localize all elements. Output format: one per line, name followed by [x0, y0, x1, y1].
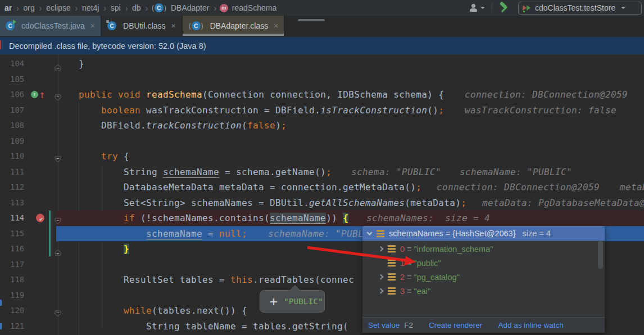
- breadcrumb-label: db: [131, 3, 142, 12]
- user-account-icon[interactable]: [469, 3, 478, 12]
- breadcrumb-separator: ›: [142, 2, 151, 13]
- paren: ): [164, 4, 166, 12]
- line-number: 118: [10, 272, 33, 288]
- popup-value-rows: 0="information_schema"1="public"2="pg_ca…: [362, 242, 605, 298]
- breadcrumb-item-db[interactable]: db: [131, 3, 142, 12]
- compiled-class-icon: (C): [151, 3, 167, 12]
- code-text: DatabaseMetaData metaData = connection.g…: [124, 180, 421, 195]
- line-number: 114: [10, 210, 33, 226]
- ide-window: ar›org›eclipse›net4j›spi›db›(C)DBAdapter…: [0, 0, 644, 335]
- inline-debugger-hint: schemaNames: size = 4: [366, 210, 490, 226]
- value-icon: [388, 259, 396, 267]
- editor[interactable]: 104}105106↑↑public void readSchema(Conne…: [0, 54, 644, 335]
- tabbar-scrollbar-thumb[interactable]: [298, 19, 325, 21]
- breadcrumb-separator: ›: [122, 2, 131, 13]
- breadcrumb-item-org[interactable]: org: [22, 3, 36, 12]
- popup-action-add-as-inline-watch[interactable]: Add as inline watch: [498, 321, 563, 329]
- breadcrumb-item-net4j[interactable]: net4j: [81, 3, 100, 12]
- stripe-mark: [0, 40, 1, 49]
- close-tab-icon[interactable]: ×: [171, 21, 175, 30]
- chevron-right-icon[interactable]: [378, 288, 384, 294]
- close-tab-icon[interactable]: ×: [274, 21, 278, 30]
- breadcrumb-label: eclipse: [45, 3, 72, 12]
- popup-row-index: 0: [400, 245, 405, 254]
- class-icon: C: [107, 21, 116, 30]
- line-number: 119: [10, 288, 33, 304]
- breakpoint-verified-check: ✔: [39, 212, 43, 227]
- popup-row-0[interactable]: 0="information_schema": [362, 242, 605, 256]
- code-text: String tableName = tables.getString(: [146, 319, 348, 334]
- breadcrumb-separator: ›: [210, 2, 219, 13]
- tab-DBUtil.class[interactable]: CDBUtil.class×: [102, 16, 182, 36]
- close-tab-icon[interactable]: ×: [90, 21, 95, 30]
- run-configuration-combo[interactable]: cdoClassTest.testStore: [518, 2, 642, 15]
- line-number: 112: [10, 180, 33, 195]
- breadcrumb-item-readSchema[interactable]: mreadSchema: [220, 3, 278, 12]
- breadcrumb-item-ar[interactable]: ar: [3, 3, 13, 12]
- inline-debugger-hint: metaData: PgDatabaseMetaData@: [482, 195, 644, 211]
- expand-plus-icon[interactable]: +: [269, 296, 278, 307]
- paren: ): [201, 22, 203, 30]
- class-icon-with-run-badge: C: [6, 21, 15, 30]
- evaluate-tooltip[interactable]: + "PUBLIC": [260, 290, 325, 313]
- popup-row-value: "pg_catalog": [414, 273, 460, 282]
- code-line-105[interactable]: 105: [0, 72, 644, 88]
- popup-row-2[interactable]: 2="pg_catalog": [362, 270, 605, 284]
- code-text: if (!schemaNames.contains(schemaName)) {: [124, 210, 348, 226]
- popup-action-create-renderer[interactable]: Create renderer: [429, 321, 482, 329]
- popup-row-value: "information_schema": [414, 245, 493, 254]
- popup-scrollbar-thumb[interactable]: [598, 241, 603, 269]
- override-marker-icon[interactable]: ↑: [31, 91, 38, 98]
- code-line-107[interactable]: 107boolean wasTrackConstruction = DBFiel…: [0, 103, 644, 118]
- line-number: 104: [10, 56, 33, 72]
- paren: (: [189, 22, 191, 30]
- tab-cdoClassTest.java[interactable]: CcdoClassTest.java×: [0, 16, 101, 36]
- code-line-109[interactable]: 109: [0, 134, 644, 149]
- code-text: boolean wasTrackConstruction = DBField.i…: [101, 103, 444, 118]
- line-number: 105: [10, 72, 33, 88]
- code-line-111[interactable]: 111String schemaName = schema.getName();…: [0, 164, 644, 180]
- code-text: }: [79, 56, 84, 72]
- popup-actions: Set valueF2Create rendererAdd as inline …: [362, 317, 605, 333]
- code-line-110[interactable]: 110try {: [0, 149, 644, 164]
- code-line-104[interactable]: 104}: [0, 56, 644, 72]
- breadcrumb-item-eclipse[interactable]: eclipse: [45, 3, 72, 12]
- line-number: 115: [10, 226, 33, 242]
- popup-row-index: 1: [400, 259, 405, 268]
- breadcrumb-label: DBAdapter: [170, 3, 210, 12]
- chevron-down-icon[interactable]: [367, 230, 373, 236]
- chevron-right-icon[interactable]: [378, 274, 384, 280]
- toolbar-divider: [492, 3, 492, 13]
- chevron-right-icon[interactable]: [378, 246, 384, 252]
- line-number: 111: [10, 164, 33, 180]
- code-line-106[interactable]: 106↑↑public void readSchema(Connection c…: [0, 87, 644, 103]
- popup-row-value: "eai": [414, 287, 431, 296]
- breadcrumb-label: readSchema: [231, 3, 278, 12]
- tab-label: DBAdapter.class: [210, 21, 269, 30]
- tab-DBAdapter.class[interactable]: (C)DBAdapter.class×: [183, 16, 284, 36]
- code-text: ResultSet tables = this.readTables(conne…: [124, 272, 354, 288]
- popup-row-3[interactable]: 3="eai": [362, 284, 605, 298]
- code-text: String schemaName = schema.getName();: [124, 164, 332, 180]
- popup-row-1[interactable]: 1="public": [362, 256, 605, 270]
- chevron-down-icon[interactable]: [480, 7, 485, 9]
- edge-mark: [0, 323, 2, 329]
- banner-text: Decompiled .class file, bytecode version…: [9, 42, 206, 51]
- code-line-113[interactable]: 113Set<String> schemaNames = DBUtil.getA…: [0, 195, 644, 211]
- build-hammer-icon[interactable]: [498, 2, 510, 14]
- code-text: while(tables.next()) {: [124, 303, 247, 319]
- breadcrumb-separator: ›: [72, 2, 81, 13]
- breadcrumb-label: net4j: [81, 3, 100, 12]
- popup-header-row[interactable]: schemaNames = {HashSet@2063} size = 4: [362, 226, 605, 241]
- value-icon: [377, 230, 384, 237]
- fold-badge-icon: [106, 20, 109, 23]
- code-line-108[interactable]: 108DBField.trackConstruction(false);: [0, 118, 644, 134]
- breadcrumb-item-spi[interactable]: spi: [110, 3, 122, 12]
- popup-action-set-value[interactable]: Set value: [368, 321, 400, 329]
- chevron-down-icon: [621, 7, 625, 9]
- code-text: try {: [101, 149, 129, 164]
- breadcrumb-item-DBAdapter[interactable]: (C)DBAdapter: [151, 3, 210, 12]
- code-line-114[interactable]: 114✔if (!schemaNames.contains(schemaName…: [0, 210, 644, 226]
- code-line-112[interactable]: 112DatabaseMetaData metaData = connectio…: [0, 180, 644, 195]
- line-number: 121: [10, 319, 33, 334]
